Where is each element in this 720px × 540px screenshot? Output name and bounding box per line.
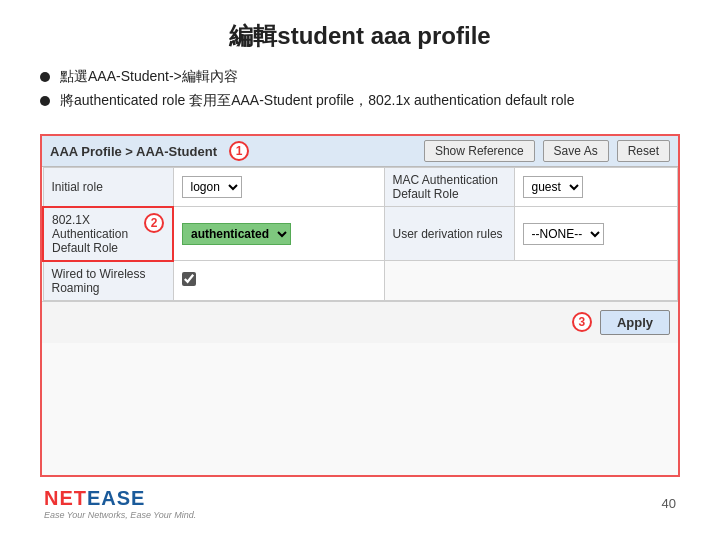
mac-auth-select-wrapper: guest (523, 176, 669, 198)
step-badge-2: 2 (144, 213, 164, 233)
page-number: 40 (662, 496, 676, 511)
initial-role-select-wrapper: logon (182, 176, 376, 198)
panel-header: AAA Profile > AAA-Student 1 Show Referen… (42, 136, 678, 167)
dot1x-select-wrapper: authenticated (182, 223, 376, 245)
step-badge-3: 3 (572, 312, 592, 332)
form-table: Initial role logon MAC Authentication De… (42, 167, 678, 301)
mac-auth-label: MAC Authentication Default Role (384, 168, 514, 207)
bullet-dot-1 (40, 72, 50, 82)
brand-tagline: Ease Your Networks, Ease Your Mind. (44, 510, 196, 520)
user-derivation-select[interactable]: --NONE-- (523, 223, 604, 245)
dot1x-value: authenticated (173, 207, 384, 261)
user-derivation-label: User derivation rules (384, 207, 514, 261)
table-row: Initial role logon MAC Authentication De… (43, 168, 678, 207)
aaa-profile-panel: AAA Profile > AAA-Student 1 Show Referen… (40, 134, 680, 477)
page-container: 編輯student aaa profile 點選AAA-Student->編輯內… (0, 0, 720, 540)
initial-role-value: logon (173, 168, 384, 207)
brand-area: NETEASE Ease Your Networks, Ease Your Mi… (44, 487, 196, 520)
mac-auth-select[interactable]: guest (523, 176, 583, 198)
bullet-list: 點選AAA-Student->編輯內容 將authenticated role … (40, 68, 680, 116)
table-row: 2 802.1X Authentication Default Role aut… (43, 207, 678, 261)
mac-auth-value: guest (514, 168, 677, 207)
bullet-item-2: 將authenticated role 套用至AAA-Student profi… (40, 92, 680, 110)
footer: NETEASE Ease Your Networks, Ease Your Mi… (40, 487, 680, 520)
user-derivation-value: --NONE-- (514, 207, 677, 261)
dot1x-label: 2 802.1X Authentication Default Role (43, 207, 173, 261)
wired-wireless-checkbox[interactable] (182, 272, 196, 286)
wired-wireless-value (173, 261, 384, 301)
wired-wireless-label: Wired to Wireless Roaming (43, 261, 173, 301)
bullet-dot-2 (40, 96, 50, 106)
bullet-item-1: 點選AAA-Student->編輯內容 (40, 68, 680, 86)
initial-role-select[interactable]: logon (182, 176, 242, 198)
breadcrumb: AAA Profile > AAA-Student (50, 144, 217, 159)
brand-logo: NETEASE (44, 487, 145, 510)
panel-bottom-row: 3 Apply (42, 301, 678, 343)
user-derivation-select-wrapper: --NONE-- (523, 223, 669, 245)
page-title: 編輯student aaa profile (40, 20, 680, 52)
step-badge-1: 1 (229, 141, 249, 161)
initial-role-label: Initial role (43, 168, 173, 207)
reset-button[interactable]: Reset (617, 140, 670, 162)
table-row: Wired to Wireless Roaming (43, 261, 678, 301)
dot1x-select[interactable]: authenticated (182, 223, 291, 245)
save-as-button[interactable]: Save As (543, 140, 609, 162)
apply-button[interactable]: Apply (600, 310, 670, 335)
show-reference-button[interactable]: Show Reference (424, 140, 535, 162)
